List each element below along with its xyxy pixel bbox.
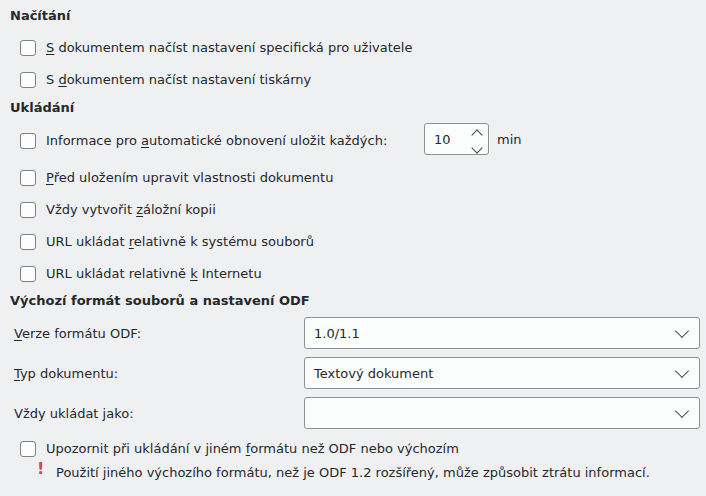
- row-relative-internet: URL ukládat relativně k Internetu: [20, 265, 262, 282]
- label-part: Vždy vytvořit: [46, 202, 136, 217]
- document-type-select[interactable]: Textový dokument: [304, 357, 700, 389]
- row-relative-filesystem: URL ukládat relativně k systému souborů: [20, 233, 314, 250]
- spin-down-icon[interactable]: [471, 142, 482, 153]
- section-title-loading: Načítání: [10, 7, 71, 24]
- checkbox-backup-copy[interactable]: [20, 202, 36, 218]
- label-part: Vždy ukládat jako:: [14, 405, 134, 422]
- checkbox-label-relative-filesystem[interactable]: URL ukládat relativně k systému souborů: [46, 233, 314, 250]
- row-backup-copy: Vždy vytvořit záložní kopii: [20, 201, 216, 218]
- label-part: elativně k systému souborů: [134, 234, 314, 249]
- checkbox-relative-internet[interactable]: [20, 266, 36, 282]
- label-part: ormátu než ODF nebo výchozím: [250, 441, 459, 456]
- label-part: Informace pro: [46, 133, 141, 148]
- checkbox-label-backup-copy[interactable]: Vždy vytvořit záložní kopii: [46, 201, 216, 218]
- odf-version-select[interactable]: 1.0/1.1: [304, 317, 700, 349]
- always-save-as-label: Vždy ukládat jako:: [14, 405, 134, 422]
- warning-exclamation-icon: !: [37, 460, 44, 477]
- section-title-saving: Ukládání: [10, 99, 74, 116]
- checkbox-label-autorecovery[interactable]: Informace pro automatické obnovení uloži…: [46, 132, 387, 149]
- label-part: yp dokumentu:: [20, 366, 118, 381]
- warning-message: Použití jiného výchozího formátu, než je…: [56, 464, 650, 481]
- checkbox-label-warn-alien-format[interactable]: Upozornit při ukládání v jiném formátu n…: [46, 440, 459, 457]
- label-part: řed uložením upravit vlastnosti dokument…: [54, 170, 334, 185]
- label-part: URL ukládat: [46, 234, 129, 249]
- label-part: okumentem načíst nastavení tiskárny: [67, 72, 312, 87]
- row-load-user-settings: S dokumentem načíst nastavení specifická…: [20, 39, 412, 56]
- checkbox-warn-alien-format[interactable]: [20, 441, 36, 457]
- autorecovery-minutes-input[interactable]: [425, 124, 474, 154]
- checkbox-label-load-printer-settings[interactable]: S dokumentem načíst nastavení tiskárny: [46, 71, 311, 88]
- label-part: erze formátu ODF:: [22, 326, 141, 341]
- document-type-label: Typ dokumentu:: [14, 365, 118, 382]
- section-title-default-format: Výchozí formát souborů a nastavení ODF: [10, 292, 310, 309]
- label-part: áložní kopii: [143, 202, 216, 217]
- label-part: URL ukládat relativně: [46, 266, 190, 281]
- label-mnemonic: z: [136, 202, 143, 217]
- label-mnemonic: k: [190, 266, 198, 281]
- spin-up-icon[interactable]: [471, 129, 482, 140]
- chevron-down-icon: [675, 404, 689, 418]
- row-load-printer-settings: S dokumentem načíst nastavení tiskárny: [20, 71, 311, 88]
- label-mnemonic: P: [46, 170, 54, 185]
- checkbox-label-load-user-settings[interactable]: S dokumentem načíst nastavení specifická…: [46, 39, 412, 56]
- checkbox-load-printer-settings[interactable]: [20, 72, 36, 88]
- autorecovery-minutes-spinbox[interactable]: [424, 123, 489, 155]
- checkbox-label-relative-internet[interactable]: URL ukládat relativně k Internetu: [46, 265, 262, 282]
- always-save-as-select[interactable]: [304, 397, 700, 429]
- checkbox-relative-filesystem[interactable]: [20, 234, 36, 250]
- chevron-down-icon: [675, 364, 689, 378]
- checkbox-label-edit-properties[interactable]: Před uložením upravit vlastnosti dokumen…: [46, 169, 333, 186]
- label-mnemonic: a: [141, 133, 149, 148]
- label-mnemonic: d: [58, 72, 66, 87]
- odf-version-label: Verze formátu ODF:: [14, 325, 141, 342]
- label-part: dokumentem načíst nastavení specifická p…: [54, 40, 412, 55]
- row-warn-alien-format: Upozornit při ukládání v jiném formátu n…: [20, 440, 459, 457]
- label-part: Internetu: [198, 266, 262, 281]
- label-part: utomatické obnovení uložit každých:: [149, 133, 387, 148]
- checkbox-load-user-settings[interactable]: [20, 40, 36, 56]
- checkbox-autorecovery[interactable]: [20, 133, 36, 149]
- row-edit-properties: Před uložením upravit vlastnosti dokumen…: [20, 169, 333, 186]
- checkbox-edit-properties[interactable]: [20, 170, 36, 186]
- label-mnemonic: V: [14, 326, 22, 341]
- label-part: Upozornit při ukládání v jiném: [46, 441, 246, 456]
- label-part: S: [46, 72, 58, 87]
- load-save-options-panel: Načítání S dokumentem načíst nastavení s…: [0, 0, 706, 496]
- odf-version-value: 1.0/1.1: [314, 325, 360, 342]
- row-autorecovery: Informace pro automatické obnovení uloži…: [20, 132, 387, 149]
- document-type-value: Textový dokument: [314, 365, 433, 382]
- autorecovery-unit-label: min: [497, 131, 522, 148]
- chevron-down-icon: [675, 324, 689, 338]
